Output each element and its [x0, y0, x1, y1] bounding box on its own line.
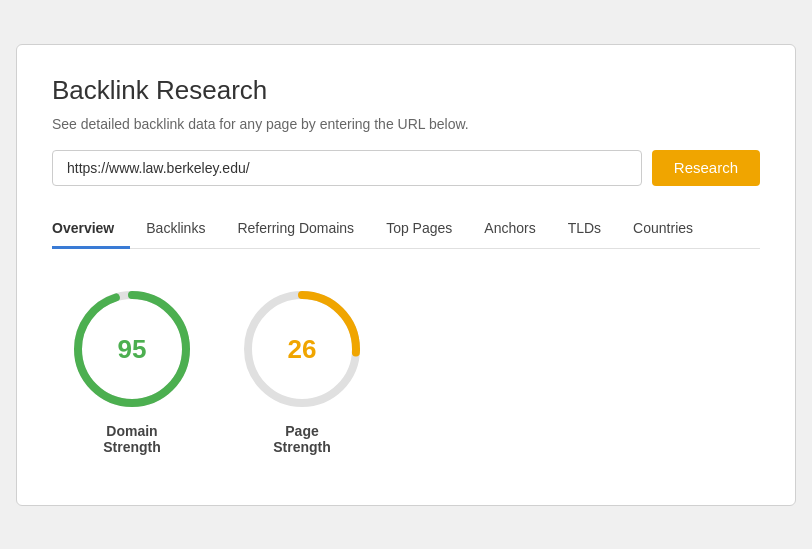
- tab-countries[interactable]: Countries: [617, 210, 709, 249]
- page-subtitle: See detailed backlink data for any page …: [52, 116, 760, 132]
- tab-overview[interactable]: Overview: [52, 210, 130, 249]
- domain-strength-value: 95: [118, 333, 147, 364]
- url-input-row: Research: [52, 150, 760, 186]
- url-input[interactable]: [52, 150, 642, 186]
- domain-strength-label: DomainStrength: [103, 423, 161, 455]
- page-title: Backlink Research: [52, 75, 760, 106]
- metric-domain-strength: 95DomainStrength: [72, 289, 192, 455]
- domain-strength-ring: 95: [72, 289, 192, 409]
- page-strength-ring: 26: [242, 289, 362, 409]
- tab-anchors[interactable]: Anchors: [468, 210, 551, 249]
- page-strength-value: 26: [288, 333, 317, 364]
- tab-top-pages[interactable]: Top Pages: [370, 210, 468, 249]
- tab-backlinks[interactable]: Backlinks: [130, 210, 221, 249]
- tabs-bar: OverviewBacklinksReferring DomainsTop Pa…: [52, 210, 760, 249]
- tab-tlds[interactable]: TLDs: [552, 210, 617, 249]
- page-strength-label: PageStrength: [273, 423, 331, 455]
- main-card: Backlink Research See detailed backlink …: [16, 44, 796, 506]
- research-button[interactable]: Research: [652, 150, 760, 186]
- metrics-row: 95DomainStrength26PageStrength: [52, 279, 760, 465]
- metric-page-strength: 26PageStrength: [242, 289, 362, 455]
- tab-referring-domains[interactable]: Referring Domains: [221, 210, 370, 249]
